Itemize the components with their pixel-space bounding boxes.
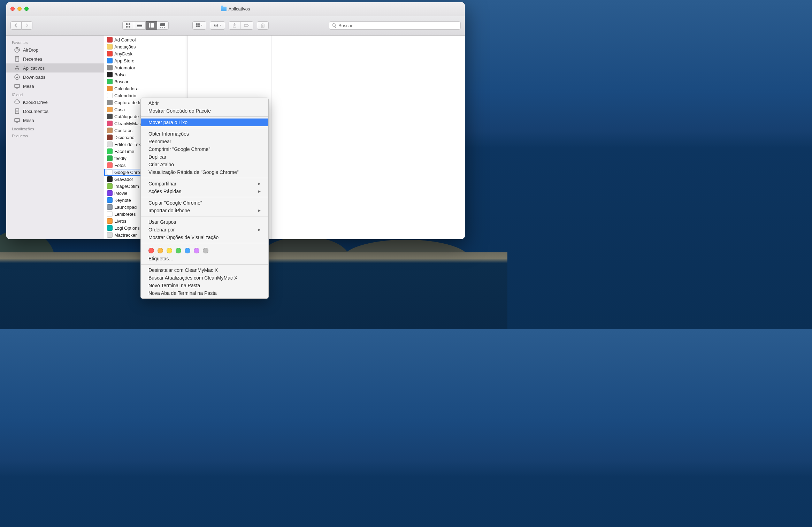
icon-view-button[interactable] <box>122 21 134 30</box>
close-window-button[interactable] <box>10 7 15 11</box>
app-name: Editor de Texto <box>114 142 144 147</box>
context-menu-item[interactable]: Compartilhar <box>141 180 268 188</box>
gallery-view-button[interactable] <box>157 21 169 30</box>
context-menu-item[interactable]: Criar Atalho <box>141 161 268 168</box>
sidebar-item-documents[interactable]: Documentos <box>6 107 104 116</box>
context-menu-item[interactable]: Duplicar <box>141 153 268 161</box>
trash-button[interactable] <box>257 21 269 30</box>
sidebar-item-desktop-2[interactable]: Mesa <box>6 116 104 125</box>
context-menu-item[interactable]: Usar Grupos <box>141 218 268 226</box>
app-icon <box>107 114 113 119</box>
gear-icon <box>214 23 221 28</box>
trash-icon <box>261 23 265 28</box>
app-icon <box>107 142 113 147</box>
app-icon <box>107 79 113 84</box>
context-menu-item[interactable]: Mover para o Lixo <box>141 119 268 126</box>
context-menu-item[interactable]: Comprimir "Google Chrome" <box>141 145 268 153</box>
context-menu-item[interactable]: Desinstalar com CleanMyMac X <box>141 266 268 274</box>
context-menu-item-label: Buscar Atualizações com CleanMyMac X <box>148 275 237 281</box>
context-menu-item[interactable]: Renomear <box>141 138 268 145</box>
search-field[interactable] <box>329 21 461 30</box>
zoom-window-button[interactable] <box>24 7 29 11</box>
sidebar-item-label: Documentos <box>23 109 48 114</box>
share-button[interactable] <box>229 21 240 30</box>
tag-color-dot[interactable] <box>194 248 199 253</box>
sidebar-item-icloud-drive[interactable]: iCloud Drive <box>6 98 104 107</box>
app-icon <box>107 135 113 140</box>
app-item[interactable]: Automator <box>104 64 187 71</box>
sidebar-item-downloads[interactable]: Downloads <box>6 72 104 82</box>
context-menu-item[interactable]: Ações Rápidas <box>141 188 268 195</box>
sidebar-item-desktop[interactable]: Mesa <box>6 82 104 91</box>
app-item[interactable]: Ad Control <box>104 36 187 43</box>
app-item[interactable]: Anotações <box>104 43 187 50</box>
app-item[interactable]: Bolsa <box>104 71 187 78</box>
minimize-window-button[interactable] <box>17 7 22 11</box>
app-icon <box>107 169 113 175</box>
back-button[interactable] <box>10 21 22 30</box>
tag-color-dot[interactable] <box>203 248 208 253</box>
column-view-button[interactable] <box>146 21 157 30</box>
context-menu-item[interactable]: Copiar "Google Chrome" <box>141 199 268 207</box>
forward-button[interactable] <box>22 21 32 30</box>
window-title-text: Aplicativos <box>228 6 250 12</box>
app-item[interactable]: App Store <box>104 57 187 64</box>
tag-color-dot[interactable] <box>158 248 163 253</box>
sidebar-item-airdrop[interactable]: AirDrop <box>6 45 104 54</box>
tag-color-dot[interactable] <box>167 248 172 253</box>
documents-icon <box>14 108 20 114</box>
search-input[interactable] <box>338 23 458 28</box>
svg-rect-14 <box>196 23 198 25</box>
context-menu-item[interactable]: Nova Aba de Terminal na Pasta <box>141 289 268 297</box>
app-name: App Store <box>114 58 135 63</box>
nav-group <box>10 21 32 30</box>
sidebar-item-applications[interactable]: Aplicativos <box>6 63 104 72</box>
context-menu-item[interactable]: Importar do iPhone <box>141 207 268 214</box>
app-name: Calculadora <box>114 86 138 91</box>
context-menu-item-label: Copiar "Google Chrome" <box>148 200 202 206</box>
app-item[interactable]: AnyDesk <box>104 50 187 57</box>
svg-rect-17 <box>198 25 200 27</box>
svg-point-23 <box>17 49 18 51</box>
arrange-button[interactable] <box>192 21 206 30</box>
app-icon <box>107 162 113 168</box>
sidebar-item-label: Mesa <box>23 84 34 89</box>
context-menu-item-label: Novo Terminal na Pasta <box>148 283 200 288</box>
tag-button[interactable] <box>240 21 253 30</box>
context-menu-item[interactable]: Abrir <box>141 99 268 107</box>
context-menu-separator <box>141 264 268 265</box>
context-menu-item[interactable]: Visualização Rápida de "Google Chrome" <box>141 168 268 176</box>
list-view-button[interactable] <box>134 21 146 30</box>
app-name: Fotos <box>114 163 126 168</box>
svg-rect-3 <box>129 26 130 28</box>
sidebar-item-recents[interactable]: Recentes <box>6 54 104 63</box>
tag-color-dot[interactable] <box>148 248 154 253</box>
context-menu-item[interactable]: Ordenar por <box>141 226 268 234</box>
svg-rect-15 <box>198 23 200 25</box>
app-item[interactable]: Calculadora <box>104 85 187 92</box>
tag-icon <box>244 23 250 28</box>
tag-color-dot[interactable] <box>185 248 190 253</box>
tag-color-dot[interactable] <box>176 248 181 253</box>
context-menu-item-label: Ações Rápidas <box>148 189 181 194</box>
app-icon <box>107 100 113 105</box>
context-menu-item[interactable]: Mostrar Conteúdo do Pacote <box>141 107 268 115</box>
titlebar[interactable]: Aplicativos <box>6 2 465 16</box>
action-button[interactable] <box>210 21 225 30</box>
context-menu: AbrirMostrar Conteúdo do PacoteMover par… <box>140 98 269 299</box>
context-menu-item[interactable]: Novo Terminal na Pasta <box>141 282 268 289</box>
sidebar-section-icloud: iCloud <box>6 91 104 98</box>
context-menu-item-label: Desinstalar com CleanMyMac X <box>148 267 218 273</box>
sidebar-item-label: Aplicativos <box>23 66 45 71</box>
context-menu-item-label: Nova Aba de Terminal na Pasta <box>148 290 217 296</box>
app-name: Automator <box>114 65 135 70</box>
context-menu-item-label: Comprimir "Google Chrome" <box>148 146 210 152</box>
context-menu-item[interactable]: Buscar Atualizações com CleanMyMac X <box>141 274 268 282</box>
context-menu-item[interactable]: Mostrar Opções de Visualização <box>141 234 268 241</box>
app-icon <box>107 155 113 161</box>
context-menu-item[interactable]: Etiquetas… <box>141 255 268 262</box>
context-menu-item[interactable]: Obter Informações <box>141 130 268 138</box>
context-menu-separator <box>141 128 268 128</box>
app-item[interactable]: Buscar <box>104 78 187 85</box>
svg-rect-11 <box>160 27 161 28</box>
